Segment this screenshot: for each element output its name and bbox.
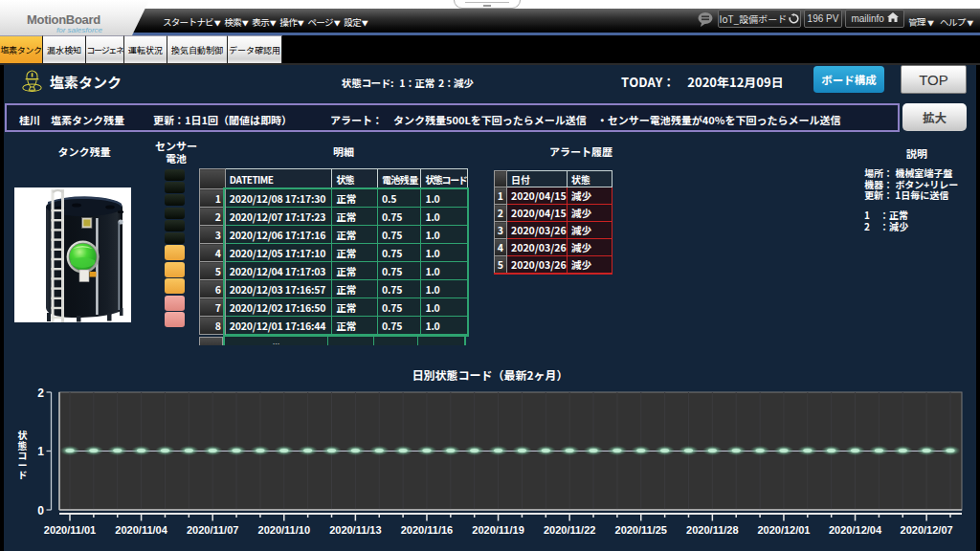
svg-text:2020/11/04: 2020/11/04 <box>115 524 167 536</box>
svg-text:2020/11/25: 2020/11/25 <box>615 524 667 536</box>
svg-text:2020/11/19: 2020/11/19 <box>472 524 523 536</box>
svg-text:0: 0 <box>37 504 44 518</box>
svg-text:2020/12/01: 2020/12/01 <box>757 524 810 536</box>
svg-text:2020/11/28: 2020/11/28 <box>686 524 738 536</box>
svg-text:2020/11/16: 2020/11/16 <box>401 524 453 536</box>
svg-text:2020/12/07: 2020/12/07 <box>901 524 953 536</box>
svg-text:2020/11/10: 2020/11/10 <box>258 524 310 536</box>
svg-text:1: 1 <box>37 445 44 458</box>
svg-text:2020/11/13: 2020/11/13 <box>329 524 381 536</box>
svg-text:2020/11/01: 2020/11/01 <box>44 524 96 536</box>
svg-text:2: 2 <box>37 386 44 400</box>
svg-text:2020/12/04: 2020/12/04 <box>829 524 882 536</box>
svg-text:2020/11/22: 2020/11/22 <box>544 524 595 536</box>
svg-text:2020/11/07: 2020/11/07 <box>187 524 238 536</box>
